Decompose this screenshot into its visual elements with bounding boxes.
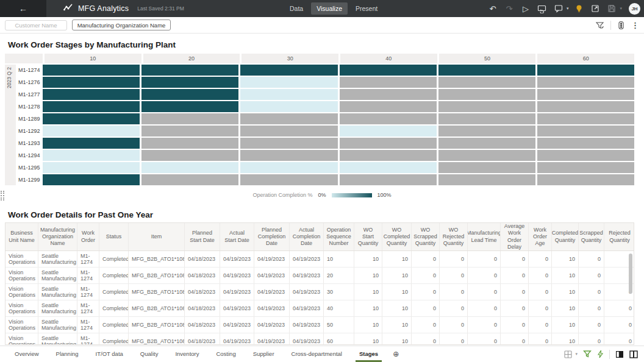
heatmap-cell[interactable] xyxy=(340,138,437,149)
heatmap-cell[interactable] xyxy=(141,126,238,137)
canvas-tab-planning[interactable]: Planning xyxy=(48,346,87,362)
canvas-tab-cross-departmental[interactable]: Cross-departmental xyxy=(283,346,351,362)
panel-left-toggle-icon[interactable] xyxy=(615,350,624,358)
play-preview-icon[interactable]: ▷ xyxy=(520,2,532,15)
undo-icon[interactable]: ↶ xyxy=(487,2,499,15)
heatmap-cell[interactable] xyxy=(438,162,535,173)
back-button[interactable]: ← xyxy=(0,0,46,17)
manufacturing-org-filter-chip[interactable]: Manufacturing Organization Name xyxy=(72,20,171,30)
heatmap-cell[interactable] xyxy=(43,126,140,137)
heatmap-cell[interactable] xyxy=(141,162,238,173)
table-row[interactable]: Vision OperationsSeattle ManufacturingM1… xyxy=(5,300,634,317)
heatmap-cell[interactable] xyxy=(240,126,337,137)
heatmap-cell[interactable] xyxy=(43,138,140,149)
heatmap-cell[interactable] xyxy=(141,113,238,124)
heatmap-cell[interactable] xyxy=(43,113,140,124)
canvas-layout-icon[interactable] xyxy=(564,350,572,358)
heatmap-cell[interactable] xyxy=(141,89,238,100)
save-caret-icon[interactable]: ▾ xyxy=(620,6,622,11)
table-row[interactable]: Vision OperationsSeattle ManufacturingM1… xyxy=(5,268,634,284)
canvas-tab-costing[interactable]: Costing xyxy=(207,346,244,362)
heatmap-cell[interactable] xyxy=(340,77,437,88)
heatmap-cell[interactable] xyxy=(141,101,238,112)
redo-icon[interactable]: ↷ xyxy=(503,2,515,15)
heatmap-cell[interactable] xyxy=(240,77,337,88)
heatmap-cell[interactable] xyxy=(240,162,337,173)
heatmap-cell[interactable] xyxy=(141,77,238,88)
heatmap-cell[interactable] xyxy=(340,65,437,76)
heatmap-cell[interactable] xyxy=(537,101,634,112)
canvas-layout-caret-icon[interactable]: ▾ xyxy=(575,352,578,357)
user-avatar[interactable]: JH xyxy=(629,3,640,15)
filter-apply-icon[interactable] xyxy=(583,350,592,358)
heatmap-cell[interactable] xyxy=(340,150,437,161)
heatmap-cell[interactable] xyxy=(438,101,535,112)
canvas-tab-inventory[interactable]: Inventory xyxy=(166,346,207,362)
heatmap-cell[interactable] xyxy=(340,162,437,173)
canvas-tab-quality[interactable]: Quality xyxy=(132,346,167,362)
comments-caret-icon[interactable]: ▾ xyxy=(567,6,569,11)
kebab-menu-icon[interactable]: ⋮ xyxy=(631,21,639,30)
heatmap-cell[interactable] xyxy=(537,162,634,173)
customer-name-filter-input[interactable]: Customer Name xyxy=(5,20,67,30)
heatmap-cell[interactable] xyxy=(141,150,238,161)
auto-insights-lightbulb-icon[interactable] xyxy=(573,2,585,15)
table-row[interactable]: Vision OperationsSeattle ManufacturingM1… xyxy=(5,251,634,268)
heatmap-cell[interactable] xyxy=(438,65,535,76)
mode-tab-visualize[interactable]: Visualize xyxy=(311,2,348,15)
heatmap-cell[interactable] xyxy=(537,65,634,76)
heatmap-cell[interactable] xyxy=(537,174,634,185)
heatmap-cell[interactable] xyxy=(240,138,337,149)
heatmap-cell[interactable] xyxy=(537,138,634,149)
refresh-data-icon[interactable] xyxy=(536,2,548,15)
heatmap-cell[interactable] xyxy=(240,113,337,124)
table-row[interactable]: Vision OperationsSeattle ManufacturingM1… xyxy=(5,284,634,300)
heatmap-cell[interactable] xyxy=(240,65,337,76)
heatmap-cell[interactable] xyxy=(141,174,238,185)
heatmap-cell[interactable] xyxy=(537,89,634,100)
heatmap-cell[interactable] xyxy=(240,101,337,112)
heatmap-cell[interactable] xyxy=(43,150,140,161)
heatmap-cell[interactable] xyxy=(141,65,238,76)
canvas-tab-stages[interactable]: Stages xyxy=(351,346,387,362)
comments-icon[interactable] xyxy=(553,2,565,15)
canvas-tab-it-ot-data[interactable]: IT/OT data xyxy=(87,346,132,362)
canvas-tab-supplier[interactable]: Supplier xyxy=(245,346,283,362)
heatmap-cell[interactable] xyxy=(537,150,634,161)
heatmap-cell[interactable] xyxy=(43,65,140,76)
filter-funnel-icon[interactable] xyxy=(595,21,604,30)
conditional-formatting-traffic-light-icon[interactable] xyxy=(617,21,625,30)
heatmap-cell[interactable] xyxy=(537,126,634,137)
heatmap-cell[interactable] xyxy=(43,101,140,112)
section-drag-handle[interactable] xyxy=(1,191,4,201)
canvas-tab-overview[interactable]: Overview xyxy=(6,346,48,362)
heatmap-cell[interactable] xyxy=(240,174,337,185)
heatmap-cell[interactable] xyxy=(43,89,140,100)
heatmap-cell[interactable] xyxy=(43,77,140,88)
mode-tab-data[interactable]: Data xyxy=(284,2,309,15)
heatmap-cell[interactable] xyxy=(340,101,437,112)
heatmap-cell[interactable] xyxy=(43,162,140,173)
save-icon[interactable] xyxy=(606,2,618,15)
heatmap-cell[interactable] xyxy=(340,126,437,137)
table-vertical-scrollbar[interactable] xyxy=(629,254,632,294)
heatmap-cell[interactable] xyxy=(438,138,535,149)
heatmap-cell[interactable] xyxy=(537,113,634,124)
heatmap-cell[interactable] xyxy=(438,126,535,137)
heatmap-cell[interactable] xyxy=(340,89,437,100)
heatmap-cell[interactable] xyxy=(438,174,535,185)
heatmap-cell[interactable] xyxy=(240,150,337,161)
panel-right-toggle-icon[interactable] xyxy=(629,350,638,358)
table-row[interactable]: Vision OperationsSeattle ManufacturingM1… xyxy=(5,317,634,333)
auto-apply-lightning-icon[interactable] xyxy=(597,350,604,358)
heatmap-cell[interactable] xyxy=(141,138,238,149)
heatmap-cell[interactable] xyxy=(438,77,535,88)
heatmap-cell[interactable] xyxy=(340,113,437,124)
mode-tab-present[interactable]: Present xyxy=(350,2,383,15)
add-canvas-icon[interactable]: ⊕ xyxy=(393,350,399,358)
heatmap-cell[interactable] xyxy=(438,150,535,161)
heatmap-cell[interactable] xyxy=(438,113,535,124)
table-row[interactable]: Vision OperationsSeattle ManufacturingM1… xyxy=(5,333,634,345)
export-open-icon[interactable] xyxy=(589,2,601,15)
heatmap-cell[interactable] xyxy=(537,77,634,88)
